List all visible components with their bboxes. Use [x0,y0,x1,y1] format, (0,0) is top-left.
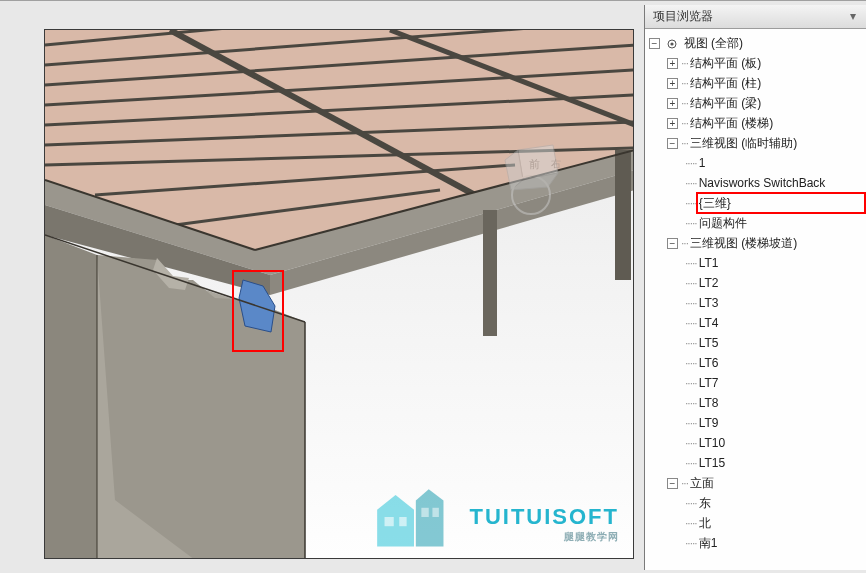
svg-rect-35 [399,517,406,526]
tree-elev-south1[interactable]: 南1 [699,536,718,550]
expander-struct3[interactable]: + [667,98,678,109]
panel-title[interactable]: 项目浏览器 ▾ [645,5,866,29]
tree-struct-plan-column[interactable]: 结构平面 (柱) [690,76,761,90]
tree-elevation[interactable]: 立面 [690,476,714,490]
tree-lt7[interactable]: LT7 [699,376,719,390]
tree-lt3[interactable]: LT3 [699,296,719,310]
view-cube[interactable]: 前 右 [493,135,573,215]
views-icon [666,38,678,50]
tree-lt5[interactable]: LT5 [699,336,719,350]
tree-lt10[interactable]: LT10 [699,436,725,450]
project-browser-panel: 项目浏览器 ▾ − 视图 (全部) +···结构平面 (板) +···结构平面 … [644,5,866,570]
tree-lt2[interactable]: LT2 [699,276,719,290]
expander-struct2[interactable]: + [667,78,678,89]
tree-3d-view-stair[interactable]: 三维视图 (楼梯坡道) [690,236,797,250]
expander-3d-aux[interactable]: − [667,138,678,149]
tree-elev-north[interactable]: 北 [699,516,711,530]
svg-rect-15 [615,150,631,280]
project-tree: − 视图 (全部) +···结构平面 (板) +···结构平面 (柱) +···… [645,29,866,570]
pin-icon[interactable]: ▾ [850,9,860,19]
svg-text:右: 右 [551,158,561,169]
tree-lt1[interactable]: LT1 [699,256,719,270]
tree-aux-1[interactable]: 1 [699,156,706,170]
tree-lt9[interactable]: LT9 [699,416,719,430]
panel-title-label: 项目浏览器 [653,9,713,23]
tree-struct-plan-slab[interactable]: 结构平面 (板) [690,56,761,70]
tree-lt8[interactable]: LT8 [699,396,719,410]
watermark-brand: TUITUISOFT [469,504,619,530]
tree-struct-plan-stair[interactable]: 结构平面 (楼梯) [690,116,773,130]
expander-root[interactable]: − [649,38,660,49]
tree-root[interactable]: 视图 (全部) [684,36,743,50]
watermark-text: TUITUISOFT 腿腿教学网 [469,504,619,544]
svg-marker-33 [377,495,414,547]
tree-elev-east[interactable]: 东 [699,496,711,510]
tree-aux-3d[interactable]: {三维} [699,196,731,210]
tree-struct-plan-beam[interactable]: 结构平面 (梁) [690,96,761,110]
app-window: — □ × [0,0,866,573]
expander-3d-stair[interactable]: − [667,238,678,249]
watermark-sub: 腿腿教学网 [469,530,619,544]
svg-text:前: 前 [529,158,540,170]
expander-struct1[interactable]: + [667,58,678,69]
tree-aux-problem[interactable]: 问题构件 [699,216,747,230]
3d-viewport[interactable]: — □ × [44,29,634,559]
svg-marker-19 [45,235,97,559]
svg-point-40 [671,42,674,45]
tree-lt4[interactable]: LT4 [699,316,719,330]
svg-marker-36 [416,489,444,546]
tree-lt6[interactable]: LT6 [699,356,719,370]
svg-rect-38 [432,508,438,517]
viewport-container: — □ × [0,5,644,570]
tree-navisworks-switchback[interactable]: Navisworks SwitchBack [699,176,826,190]
tree-3d-view-aux[interactable]: 三维视图 (临时辅助) [690,136,797,150]
expander-struct4[interactable]: + [667,118,678,129]
svg-rect-16 [483,210,497,336]
tree-lt15[interactable]: LT15 [699,456,725,470]
model-render [45,30,634,559]
svg-rect-34 [385,517,394,526]
watermark-logo-icon [367,482,461,552]
expander-elevation[interactable]: − [667,478,678,489]
svg-rect-37 [421,508,428,517]
